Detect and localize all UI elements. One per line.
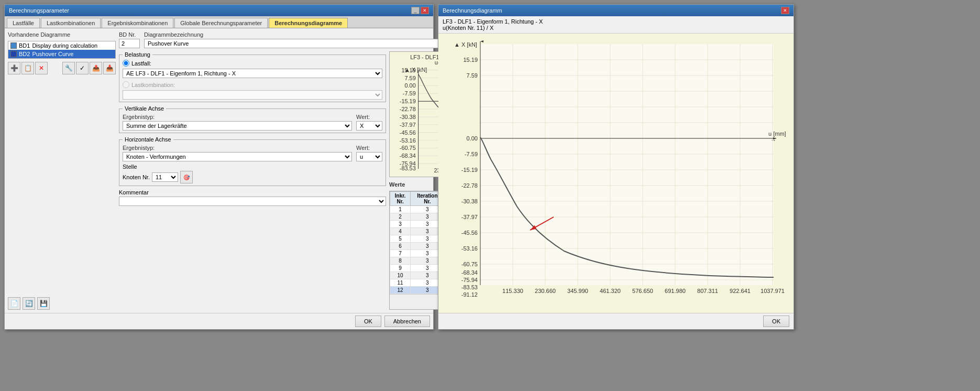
tab-lastkombinationen[interactable]: Lastkombinationen <box>41 18 101 28</box>
svg-text:807.311: 807.311 <box>697 288 718 294</box>
minimize-button[interactable]: _ <box>411 7 420 14</box>
table-cell: 8 <box>390 257 411 265</box>
tool3[interactable]: 📤 <box>90 62 102 74</box>
ergebnistyp-v-select[interactable]: Summe der Lagerkräfte <box>123 121 352 131</box>
table-cell: 2 <box>390 213 411 221</box>
ergebnistyp-h-select[interactable]: Knoten - Verformungen <box>123 152 352 161</box>
wert-v-group: Wert: X <box>356 114 382 131</box>
tab-lastfaelle[interactable]: Lastfälle <box>7 18 40 28</box>
tab-globale[interactable]: Globale Berechnungsparameter <box>174 18 268 28</box>
svg-text:-7.59: -7.59 <box>403 90 416 96</box>
vorhandene-label: Vorhandene Diagramme <box>8 31 116 38</box>
action3[interactable]: 💾 <box>37 297 50 310</box>
svg-text:-15.19: -15.19 <box>400 98 416 104</box>
main-title: Berechnungsparameter <box>9 7 69 14</box>
large-chart-container: ▲ X [kN] u [mm] → 15.19 7.59 0.00 -7.59 … <box>438 34 794 313</box>
svg-text:0.00: 0.00 <box>405 82 416 89</box>
ergebnistyp-h-label: Ergebnistyp: <box>123 145 352 151</box>
vertikale-achse-section: Vertikale Achse Ergebnistyp: Summe der L… <box>119 105 386 133</box>
table-cell: 3 <box>390 221 411 228</box>
knoten-nr-select[interactable]: 11 <box>152 172 178 182</box>
close-button[interactable]: ✕ <box>421 7 429 14</box>
svg-text:-68.34: -68.34 <box>400 153 416 159</box>
tool4[interactable]: 📥 <box>103 62 116 74</box>
wert-h-select[interactable]: u <box>356 152 382 161</box>
left-toolbar: ➕ 📋 ✕ 🔧 ✓ 📤 📥 <box>8 62 116 74</box>
table-cell: 10 <box>390 272 411 279</box>
kommentar-section: Kommentar <box>119 189 386 206</box>
bottom-buttons: OK Abbrechen <box>5 313 433 329</box>
svg-text:-83.53: -83.53 <box>461 284 478 290</box>
abbrechen-button[interactable]: Abbrechen <box>384 316 430 327</box>
knoten-row: Knoten Nr. 11 🎯 <box>123 171 382 183</box>
chart-window-title: Berechnungsdiagramm <box>443 7 502 14</box>
svg-rect-46 <box>480 44 774 285</box>
svg-text:-30.38: -30.38 <box>461 198 478 204</box>
svg-text:-53.16: -53.16 <box>400 137 416 144</box>
svg-text:-60.75: -60.75 <box>461 261 478 267</box>
svg-text:-15.19: -15.19 <box>461 167 478 173</box>
vertikale-row: Ergebnistyp: Summe der Lagerkräfte Wert:… <box>123 114 382 131</box>
lastfall-label: Lastfall: <box>131 60 151 67</box>
bd1-color <box>10 42 17 49</box>
svg-text:15.19: 15.19 <box>401 67 415 73</box>
lastfall-select[interactable]: AE LF3 - DLF1 - Eigenform 1, Richtung - … <box>123 69 382 78</box>
ok-button[interactable]: OK <box>355 316 381 327</box>
tool1[interactable]: 🔧 <box>62 62 75 74</box>
svg-text:-37.97: -37.97 <box>400 122 416 128</box>
bd2-color <box>10 51 17 57</box>
chart-close-button[interactable]: ✕ <box>781 7 789 14</box>
bd1-name: Display during calculation <box>32 42 97 49</box>
left-panel: Vorhandene Diagramme BD1 Display during … <box>8 31 116 310</box>
diagram-list: BD1 Display during calculation BD2 Pusho… <box>8 41 116 59</box>
lastfall-radio-group: Lastfall: <box>123 60 382 67</box>
svg-text:-45.56: -45.56 <box>400 129 416 136</box>
action2[interactable]: 🔄 <box>23 297 35 310</box>
ergebnistyp-v-group: Ergebnistyp: Summe der Lagerkräfte <box>123 114 352 131</box>
action1[interactable]: 📄 <box>8 297 20 310</box>
tab-ergebniskombinationen[interactable]: Ergebniskombinationen <box>102 18 173 28</box>
svg-text:230.660: 230.660 <box>535 288 556 294</box>
svg-text:115.330: 115.330 <box>502 288 523 294</box>
copy-button[interactable]: 📋 <box>21 62 34 74</box>
svg-text:1037.971: 1037.971 <box>761 288 785 294</box>
main-content-area: Vorhandene Diagramme BD1 Display during … <box>5 28 433 313</box>
tab-bar: Lastfälle Lastkombinationen Ergebniskomb… <box>5 16 433 28</box>
table-cell: 1 <box>390 206 411 213</box>
wert-v-select[interactable]: X <box>356 121 382 131</box>
lastkombination-select[interactable] <box>123 90 382 100</box>
svg-text:0.00: 0.00 <box>467 135 478 142</box>
svg-text:7.59: 7.59 <box>405 75 416 81</box>
svg-text:-83.53: -83.53 <box>400 165 416 171</box>
tab-berechnungsdiagramme[interactable]: Berechnungsdiagramme <box>269 18 348 28</box>
add-button[interactable]: ➕ <box>8 62 20 74</box>
diagram-row-bd2[interactable]: BD2 Pushover Curve <box>8 50 115 58</box>
knoten-pick-button[interactable]: 🎯 <box>180 171 193 183</box>
wert-h-label: Wert: <box>356 145 382 151</box>
kommentar-select[interactable] <box>119 197 386 206</box>
tool2[interactable]: ✓ <box>76 62 89 74</box>
lastkombination-radio[interactable] <box>123 81 129 88</box>
table-cell: 5 <box>390 235 411 243</box>
table-cell: 7 <box>390 250 411 257</box>
bd-nr-input[interactable] <box>119 39 140 48</box>
lastfall-radio[interactable] <box>123 60 129 67</box>
table-cell: 9 <box>390 265 411 272</box>
svg-text:345.990: 345.990 <box>567 288 588 294</box>
knoten-nr-label: Knoten Nr. <box>123 174 150 180</box>
svg-text:-75.94: -75.94 <box>461 277 478 283</box>
svg-text:15.19: 15.19 <box>463 57 478 63</box>
large-chart-svg: ▲ X [kN] u [mm] → 15.19 7.59 0.00 -7.59 … <box>438 34 794 306</box>
bd-nr-group: BD Nr. <box>119 31 140 48</box>
main-title-bar: Berechnungsparameter _ ✕ <box>5 5 433 16</box>
svg-text:-91.12: -91.12 <box>461 291 478 298</box>
col-inkr-nr: Inkr.Nr. <box>390 192 411 206</box>
svg-text:-22.78: -22.78 <box>461 182 478 189</box>
svg-text:▲ X [kN]: ▲ X [kN] <box>454 41 477 48</box>
chart-ok-button[interactable]: OK <box>763 316 789 327</box>
table-cell: 4 <box>390 228 411 235</box>
bd-nr-label: BD Nr. <box>119 31 140 38</box>
diagram-row-bd1[interactable]: BD1 Display during calculation <box>8 41 115 50</box>
delete-button[interactable]: ✕ <box>35 62 48 74</box>
svg-text:461.320: 461.320 <box>600 288 621 294</box>
